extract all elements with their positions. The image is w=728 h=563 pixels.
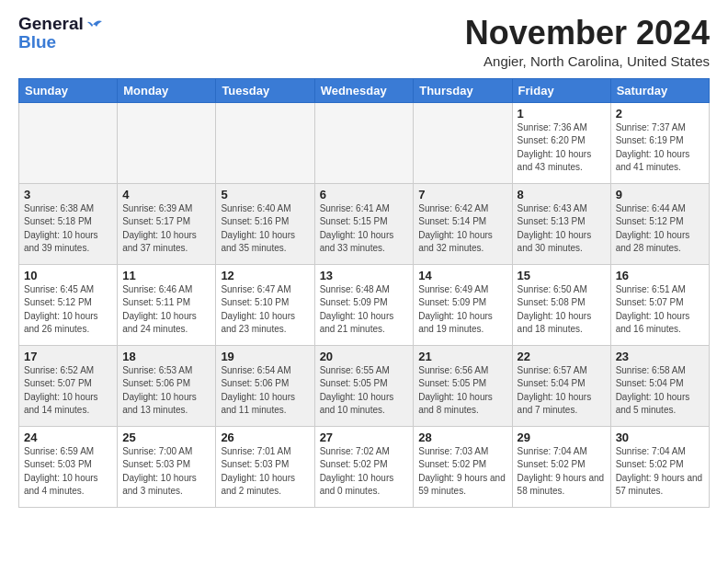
logo-blue: Blue — [18, 32, 56, 52]
calendar-cell: 3Sunrise: 6:38 AMSunset: 5:18 PMDaylight… — [19, 183, 118, 264]
day-number: 3 — [24, 188, 112, 201]
day-number: 20 — [320, 350, 409, 363]
title-area: November 2024 Angier, North Carolina, Un… — [465, 15, 710, 69]
calendar-cell: 1Sunrise: 7:36 AMSunset: 6:20 PMDaylight… — [512, 102, 610, 183]
dow-header-tuesday: Tuesday — [216, 78, 314, 102]
day-info: Sunrise: 6:57 AMSunset: 5:04 PMDaylight:… — [518, 364, 606, 418]
calendar-cell: 21Sunrise: 6:56 AMSunset: 5:05 PMDayligh… — [414, 345, 512, 426]
logo-text: General — [18, 15, 106, 34]
day-number: 11 — [122, 269, 210, 282]
day-info: Sunrise: 6:59 AMSunset: 5:03 PMDaylight:… — [24, 445, 112, 499]
calendar-cell: 18Sunrise: 6:53 AMSunset: 5:06 PMDayligh… — [118, 345, 216, 426]
day-number: 4 — [122, 188, 210, 201]
day-number: 15 — [518, 269, 606, 282]
calendar-cell: 27Sunrise: 7:02 AMSunset: 5:02 PMDayligh… — [314, 426, 414, 507]
calendar-cell: 8Sunrise: 6:43 AMSunset: 5:13 PMDaylight… — [512, 183, 610, 264]
day-info: Sunrise: 7:00 AMSunset: 5:03 PMDaylight:… — [122, 445, 210, 499]
day-number: 29 — [518, 431, 606, 444]
week-row-1: 1Sunrise: 7:36 AMSunset: 6:20 PMDaylight… — [19, 102, 710, 183]
day-info: Sunrise: 6:55 AMSunset: 5:05 PMDaylight:… — [320, 364, 409, 418]
day-info: Sunrise: 6:51 AMSunset: 5:07 PMDaylight:… — [616, 283, 704, 337]
calendar-cell: 10Sunrise: 6:45 AMSunset: 5:12 PMDayligh… — [19, 264, 118, 345]
day-info: Sunrise: 6:38 AMSunset: 5:18 PMDaylight:… — [24, 202, 112, 256]
calendar-cell: 2Sunrise: 7:37 AMSunset: 6:19 PMDaylight… — [610, 102, 709, 183]
calendar-cell: 16Sunrise: 6:51 AMSunset: 5:07 PMDayligh… — [610, 264, 709, 345]
day-info: Sunrise: 6:52 AMSunset: 5:07 PMDaylight:… — [24, 364, 112, 418]
day-info: Sunrise: 7:04 AMSunset: 5:02 PMDaylight:… — [616, 445, 704, 499]
day-number: 8 — [518, 188, 606, 201]
calendar-cell — [19, 102, 118, 183]
calendar-cell: 26Sunrise: 7:01 AMSunset: 5:03 PMDayligh… — [216, 426, 314, 507]
calendar-body: 1Sunrise: 7:36 AMSunset: 6:20 PMDaylight… — [19, 102, 710, 507]
calendar-cell: 25Sunrise: 7:00 AMSunset: 5:03 PMDayligh… — [118, 426, 216, 507]
dow-header-wednesday: Wednesday — [314, 78, 414, 102]
calendar-cell — [216, 102, 314, 183]
day-number: 28 — [418, 431, 506, 444]
day-info: Sunrise: 6:46 AMSunset: 5:11 PMDaylight:… — [122, 283, 210, 337]
calendar-cell: 23Sunrise: 6:58 AMSunset: 5:04 PMDayligh… — [610, 345, 709, 426]
calendar-cell: 28Sunrise: 7:03 AMSunset: 5:02 PMDayligh… — [414, 426, 512, 507]
calendar-cell: 14Sunrise: 6:49 AMSunset: 5:09 PMDayligh… — [414, 264, 512, 345]
header: General Blue November 2024 Angier, North… — [18, 15, 710, 69]
logo-bird-icon — [85, 17, 106, 32]
calendar-cell — [118, 102, 216, 183]
dow-header-monday: Monday — [118, 78, 216, 102]
day-info: Sunrise: 6:50 AMSunset: 5:08 PMDaylight:… — [518, 283, 606, 337]
day-info: Sunrise: 6:40 AMSunset: 5:16 PMDaylight:… — [221, 202, 309, 256]
calendar-cell: 4Sunrise: 6:39 AMSunset: 5:17 PMDaylight… — [118, 183, 216, 264]
month-title: November 2024 — [465, 15, 710, 52]
calendar-cell: 9Sunrise: 6:44 AMSunset: 5:12 PMDaylight… — [610, 183, 709, 264]
day-number: 24 — [24, 431, 112, 444]
day-number: 5 — [221, 188, 309, 201]
calendar-cell: 15Sunrise: 6:50 AMSunset: 5:08 PMDayligh… — [512, 264, 610, 345]
day-number: 23 — [616, 350, 704, 363]
day-number: 18 — [122, 350, 210, 363]
day-number: 27 — [320, 431, 409, 444]
calendar-cell: 19Sunrise: 6:54 AMSunset: 5:06 PMDayligh… — [216, 345, 314, 426]
day-number: 14 — [418, 269, 506, 282]
day-info: Sunrise: 7:03 AMSunset: 5:02 PMDaylight:… — [418, 445, 506, 499]
day-info: Sunrise: 6:58 AMSunset: 5:04 PMDaylight:… — [616, 364, 704, 418]
calendar: SundayMondayTuesdayWednesdayThursdayFrid… — [18, 78, 710, 508]
day-number: 22 — [518, 350, 606, 363]
calendar-cell: 20Sunrise: 6:55 AMSunset: 5:05 PMDayligh… — [314, 345, 414, 426]
day-number: 19 — [221, 350, 309, 363]
day-info: Sunrise: 7:37 AMSunset: 6:19 PMDaylight:… — [616, 121, 704, 175]
calendar-cell: 24Sunrise: 6:59 AMSunset: 5:03 PMDayligh… — [19, 426, 118, 507]
calendar-cell: 6Sunrise: 6:41 AMSunset: 5:15 PMDaylight… — [314, 183, 414, 264]
calendar-cell: 11Sunrise: 6:46 AMSunset: 5:11 PMDayligh… — [118, 264, 216, 345]
day-number: 25 — [122, 431, 210, 444]
day-info: Sunrise: 6:56 AMSunset: 5:05 PMDaylight:… — [418, 364, 506, 418]
day-info: Sunrise: 6:49 AMSunset: 5:09 PMDaylight:… — [418, 283, 506, 337]
day-info: Sunrise: 6:43 AMSunset: 5:13 PMDaylight:… — [518, 202, 606, 256]
day-info: Sunrise: 6:45 AMSunset: 5:12 PMDaylight:… — [24, 283, 112, 337]
calendar-cell: 13Sunrise: 6:48 AMSunset: 5:09 PMDayligh… — [314, 264, 414, 345]
day-number: 17 — [24, 350, 112, 363]
week-row-4: 17Sunrise: 6:52 AMSunset: 5:07 PMDayligh… — [19, 345, 710, 426]
day-info: Sunrise: 6:54 AMSunset: 5:06 PMDaylight:… — [221, 364, 309, 418]
calendar-cell: 5Sunrise: 6:40 AMSunset: 5:16 PMDaylight… — [216, 183, 314, 264]
dow-header-thursday: Thursday — [414, 78, 512, 102]
day-number: 6 — [320, 188, 409, 201]
day-number: 9 — [616, 188, 704, 201]
week-row-2: 3Sunrise: 6:38 AMSunset: 5:18 PMDaylight… — [19, 183, 710, 264]
calendar-cell: 17Sunrise: 6:52 AMSunset: 5:07 PMDayligh… — [19, 345, 118, 426]
day-number: 26 — [221, 431, 309, 444]
day-info: Sunrise: 6:39 AMSunset: 5:17 PMDaylight:… — [122, 202, 210, 256]
day-number: 30 — [616, 431, 704, 444]
days-of-week-row: SundayMondayTuesdayWednesdayThursdayFrid… — [19, 78, 710, 102]
calendar-cell: 7Sunrise: 6:42 AMSunset: 5:14 PMDaylight… — [414, 183, 512, 264]
day-number: 1 — [518, 107, 606, 121]
day-info: Sunrise: 6:53 AMSunset: 5:06 PMDaylight:… — [122, 364, 210, 418]
day-number: 16 — [616, 269, 704, 282]
calendar-cell: 12Sunrise: 6:47 AMSunset: 5:10 PMDayligh… — [216, 264, 314, 345]
day-number: 2 — [616, 107, 704, 121]
calendar-cell — [414, 102, 512, 183]
calendar-cell: 30Sunrise: 7:04 AMSunset: 5:02 PMDayligh… — [610, 426, 709, 507]
calendar-cell: 22Sunrise: 6:57 AMSunset: 5:04 PMDayligh… — [512, 345, 610, 426]
week-row-5: 24Sunrise: 6:59 AMSunset: 5:03 PMDayligh… — [19, 426, 710, 507]
location: Angier, North Carolina, United States — [465, 53, 710, 69]
day-number: 13 — [320, 269, 409, 282]
dow-header-sunday: Sunday — [19, 78, 118, 102]
dow-header-saturday: Saturday — [610, 78, 709, 102]
